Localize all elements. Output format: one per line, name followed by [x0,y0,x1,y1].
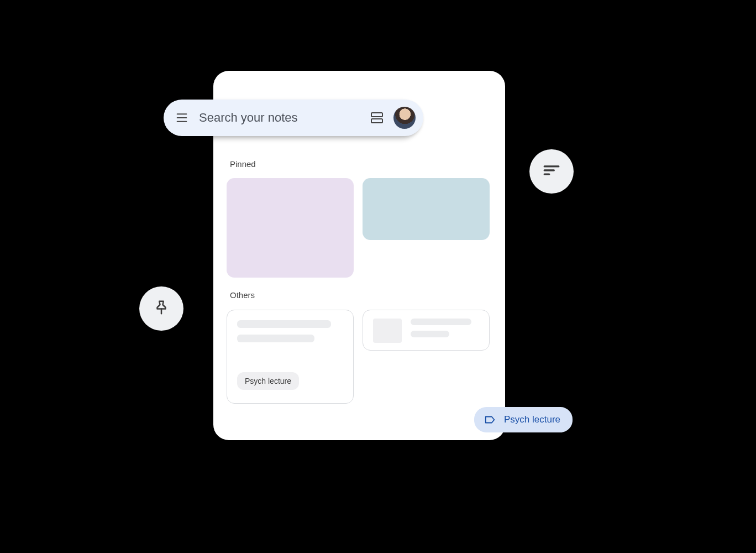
text-line-placeholder [411,331,449,337]
note-thumbnail-placeholder [373,319,402,343]
section-others-label: Others [230,290,255,300]
avatar[interactable] [393,107,416,129]
menu-icon[interactable] [175,112,189,123]
pinned-note-2[interactable] [363,178,490,240]
text-line-placeholder [237,335,314,342]
pin-icon [153,299,170,318]
sort-icon-button[interactable] [529,149,574,194]
sort-icon [542,161,561,182]
note-label-tag[interactable]: Psych lecture [237,372,299,390]
text-line-placeholder [411,319,471,325]
other-note-1[interactable]: Psych lecture [227,310,354,404]
list-view-icon[interactable] [370,111,384,124]
other-note-2[interactable] [363,310,490,351]
label-chip-text: Psych lecture [504,414,560,425]
section-pinned-label: Pinned [230,159,256,169]
search-placeholder[interactable]: Search your notes [199,111,360,125]
text-line-placeholder [237,320,331,328]
label-icon [484,414,496,426]
pin-icon-button[interactable] [139,286,183,331]
pinned-note-1[interactable] [227,178,354,278]
svg-rect-3 [371,113,382,117]
label-chip[interactable]: Psych lecture [474,407,573,432]
svg-rect-4 [371,119,382,123]
search-bar[interactable]: Search your notes [164,100,423,136]
